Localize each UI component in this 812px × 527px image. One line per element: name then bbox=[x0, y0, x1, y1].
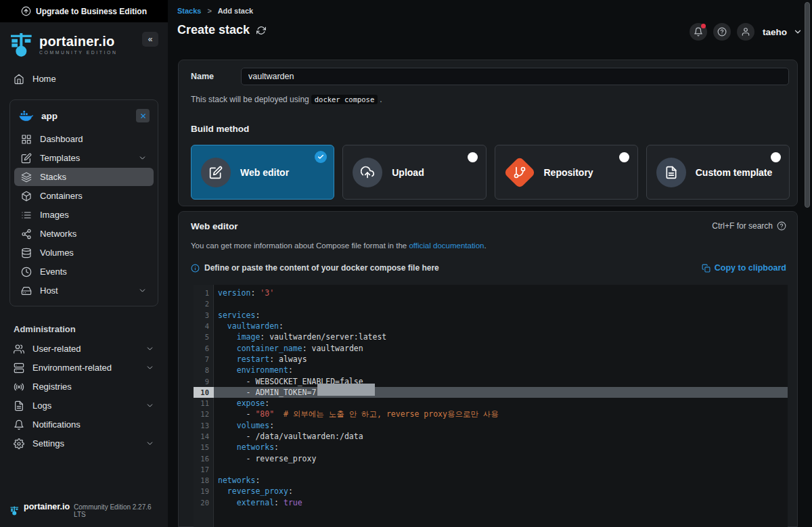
code-line[interactable]: 5 image: vaultwarden/server:latest bbox=[194, 331, 788, 342]
upgrade-label: Upgrade to Business Edition bbox=[36, 7, 147, 16]
line-number: 16 bbox=[194, 453, 214, 463]
build-method-upload[interactable]: Upload bbox=[342, 145, 486, 200]
breadcrumb-stacks-link[interactable]: Stacks bbox=[177, 7, 201, 15]
sidebar-item-containers[interactable]: Containers bbox=[14, 187, 154, 205]
line-number: 8 bbox=[194, 365, 214, 375]
user-avatar[interactable] bbox=[737, 23, 754, 41]
code-line[interactable]: 16 - reverse_proxy bbox=[194, 453, 788, 463]
code-line[interactable]: 3services: bbox=[194, 310, 788, 321]
deploy-code-chip: docker compose bbox=[311, 95, 378, 104]
build-method-repository[interactable]: Repository bbox=[495, 145, 638, 200]
sidebar-item-settings[interactable]: Settings bbox=[7, 434, 161, 453]
line-number: 14 bbox=[194, 431, 214, 442]
build-method-web-editor[interactable]: Web editor bbox=[191, 145, 334, 200]
compose-info-text: You can get more information about Compo… bbox=[191, 242, 487, 250]
compose-info-prefix: You can get more information about Compo… bbox=[191, 242, 407, 250]
code-line[interactable]: 7 restart: always bbox=[194, 354, 788, 365]
upgrade-banner[interactable]: Upgrade to Business Edition bbox=[0, 0, 168, 22]
environment-close-button[interactable] bbox=[136, 109, 150, 122]
stack-form-card: Name This stack will be deployed usingdo… bbox=[178, 60, 798, 206]
code-line[interactable]: 13 volumes: bbox=[194, 420, 788, 431]
build-method-custom-template[interactable]: Custom template bbox=[646, 145, 790, 200]
sidebar-item-templates[interactable]: Templates bbox=[14, 149, 154, 167]
sidebar-item-stacks[interactable]: Stacks bbox=[14, 168, 154, 186]
page-scrollbar bbox=[805, 0, 811, 527]
events-icon bbox=[21, 267, 32, 277]
notifications-bell-button[interactable] bbox=[690, 23, 707, 41]
line-number: 5 bbox=[194, 331, 214, 342]
help-button[interactable] bbox=[713, 23, 731, 41]
code-line[interactable]: 9 - WEBSOCKET_ENABLED=false bbox=[194, 375, 788, 386]
sidebar-footer: portainer.io Community Edition 2.27.6 LT… bbox=[0, 502, 168, 527]
username[interactable]: taeho bbox=[763, 27, 787, 37]
code-line[interactable]: 12 - "80" # 외부에는 노출 안 하고, reverse proxy용… bbox=[194, 409, 788, 419]
build-method-options: Web editor Upload bbox=[191, 145, 790, 200]
code-line[interactable]: 11 expose: bbox=[194, 398, 788, 409]
code-line[interactable]: 20 external: true bbox=[194, 497, 788, 508]
sidebar-item-volumes[interactable]: Volumes bbox=[14, 244, 154, 262]
code-text: container_name: vaultwarden bbox=[214, 344, 363, 353]
breadcrumb-separator: > bbox=[208, 7, 212, 15]
compose-code-editor[interactable]: 1version: '3'23services:4 vaultwarden:5 … bbox=[194, 285, 788, 527]
code-line[interactable]: 4 vaultwarden: bbox=[194, 321, 788, 331]
stack-name-input[interactable] bbox=[241, 68, 789, 85]
code-line[interactable]: 10 - ADMIN_TOKEN=7 bbox=[194, 387, 788, 398]
code-line[interactable]: 19 reverse_proxy: bbox=[194, 486, 788, 497]
sidebar-item-environment-related[interactable]: Environment-related bbox=[7, 359, 161, 377]
sidebar-item-dashboard[interactable]: Dashboard bbox=[14, 130, 154, 148]
code-line[interactable]: 2 bbox=[194, 298, 788, 309]
sidebar-item-label: Containers bbox=[40, 191, 83, 201]
code-text: - reverse_proxy bbox=[214, 454, 316, 463]
code-line[interactable]: 17 bbox=[194, 464, 788, 475]
sidebar-item-user-related[interactable]: User-related bbox=[7, 340, 161, 358]
web-editor-icon-circle bbox=[201, 158, 231, 187]
portainer-logo-icon bbox=[8, 30, 35, 58]
line-number: 7 bbox=[194, 354, 214, 365]
sidebar-item-home[interactable]: Home bbox=[7, 70, 161, 88]
help-circle-icon[interactable] bbox=[777, 221, 786, 231]
code-line[interactable]: 6 container_name: vaultwarden bbox=[194, 342, 788, 353]
bell-icon bbox=[694, 27, 703, 37]
code-text: - /data/vaultwarden:/data bbox=[214, 432, 363, 441]
code-text: restart: always bbox=[214, 354, 307, 364]
chevron-down-icon bbox=[138, 286, 147, 295]
copy-to-clipboard-button[interactable]: Copy to clipboard bbox=[702, 263, 786, 273]
code-line[interactable]: 1version: '3' bbox=[194, 288, 788, 298]
name-label: Name bbox=[191, 72, 214, 81]
official-documentation-link[interactable]: official documentation bbox=[409, 242, 484, 250]
code-text: services: bbox=[214, 311, 260, 320]
sidebar-item-label: Dashboard bbox=[40, 134, 83, 144]
scrollbar-thumb[interactable] bbox=[805, 2, 810, 208]
code-line[interactable]: 18networks: bbox=[194, 475, 788, 486]
deploy-note-prefix: This stack will be deployed using bbox=[191, 95, 309, 104]
line-number: 1 bbox=[194, 288, 214, 298]
sidebar-item-notifications[interactable]: Notifications bbox=[7, 415, 161, 434]
sidebar-item-networks[interactable]: Networks bbox=[14, 225, 154, 243]
registries-icon bbox=[14, 382, 24, 392]
upload-cloud-icon bbox=[361, 166, 374, 179]
code-line[interactable]: 15 networks: bbox=[194, 442, 788, 453]
sidebar-collapse-button[interactable]: « bbox=[142, 32, 158, 47]
sidebar-item-logs[interactable]: Logs bbox=[7, 396, 161, 415]
sidebar-item-label: Networks bbox=[40, 229, 76, 239]
edit-icon bbox=[209, 166, 223, 179]
code-text: networks: bbox=[214, 476, 260, 485]
code-line[interactable]: 14 - /data/vaultwarden:/data bbox=[194, 431, 788, 442]
line-number: 20 bbox=[194, 497, 214, 508]
code-text: - "80" # 외부에는 노출 안 하고, reverse proxy용으로만… bbox=[214, 409, 499, 419]
host-icon bbox=[21, 285, 32, 296]
sidebar-item-events[interactable]: Events bbox=[14, 262, 154, 281]
radio-unselected bbox=[468, 152, 478, 162]
sidebar-item-registries[interactable]: Registries bbox=[7, 377, 161, 396]
page-title: Create stack bbox=[177, 23, 250, 37]
code-line[interactable]: 8 environment: bbox=[194, 365, 788, 375]
code-text: external: true bbox=[214, 498, 302, 507]
refresh-icon[interactable] bbox=[256, 26, 266, 35]
sidebar-item-host[interactable]: Host bbox=[14, 281, 154, 300]
chevron-down-icon[interactable] bbox=[793, 27, 803, 37]
docker-whale-icon bbox=[18, 108, 33, 123]
sidebar-item-images[interactable]: Images bbox=[14, 206, 154, 224]
code-text: expose: bbox=[214, 398, 269, 408]
environment-name: app bbox=[41, 111, 58, 121]
home-icon bbox=[14, 74, 24, 85]
